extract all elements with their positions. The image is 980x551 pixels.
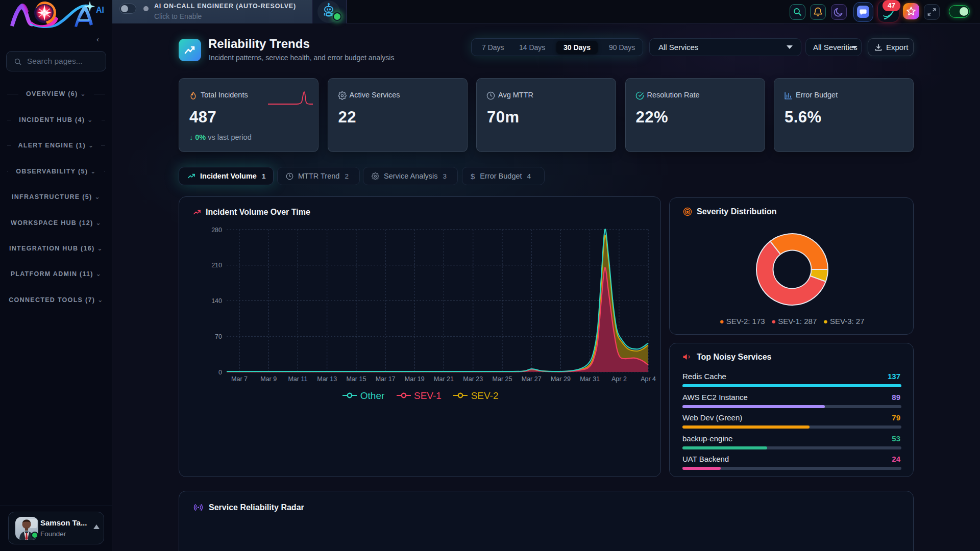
- svg-text:Mar 9: Mar 9: [260, 375, 277, 383]
- svg-text:Mar 21: Mar 21: [434, 375, 454, 383]
- svg-text:Apr 4: Apr 4: [641, 375, 656, 383]
- svg-text:Mar 19: Mar 19: [405, 375, 425, 383]
- svg-text:70: 70: [215, 333, 222, 340]
- svg-text:Mar 17: Mar 17: [376, 375, 396, 383]
- svg-text:Mar 11: Mar 11: [288, 375, 307, 383]
- svg-text:280: 280: [211, 227, 222, 234]
- svg-text:Mar 13: Mar 13: [317, 375, 337, 383]
- svg-text:Mar 7: Mar 7: [231, 375, 248, 383]
- svg-text:Mar 27: Mar 27: [522, 375, 542, 383]
- svg-text:210: 210: [211, 262, 222, 269]
- svg-text:0: 0: [218, 369, 222, 376]
- svg-text:Apr 2: Apr 2: [611, 375, 627, 383]
- svg-text:AI: AI: [96, 6, 104, 14]
- svg-text:Mar 31: Mar 31: [580, 375, 600, 383]
- svg-text:Mar 15: Mar 15: [346, 375, 366, 383]
- svg-text:Mar 23: Mar 23: [463, 375, 483, 383]
- svg-text:Mar 29: Mar 29: [551, 375, 571, 383]
- svg-text:140: 140: [211, 297, 222, 305]
- svg-text:Mar 25: Mar 25: [493, 375, 512, 383]
